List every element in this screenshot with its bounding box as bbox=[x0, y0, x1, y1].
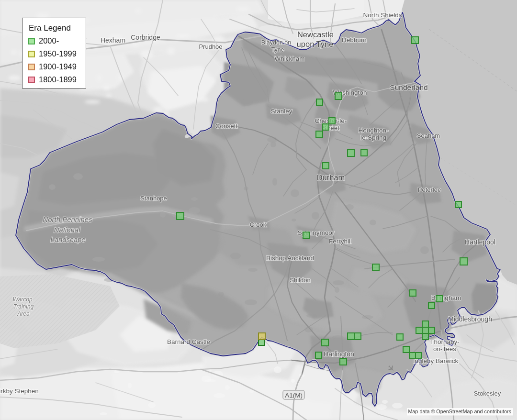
svg-text:Crook: Crook bbox=[250, 221, 267, 228]
svg-text:Newcastle: Newcastle bbox=[297, 30, 334, 39]
svg-text:Durham: Durham bbox=[317, 173, 345, 182]
svg-text:Hartlepool: Hartlepool bbox=[465, 238, 495, 246]
svg-text:Map data © OpenStreetMap and c: Map data © OpenStreetMap and contributor… bbox=[408, 409, 511, 414]
svg-text:Barnard Castle: Barnard Castle bbox=[167, 338, 210, 345]
svg-text:Hexham: Hexham bbox=[101, 36, 125, 44]
svg-text:Corbridge: Corbridge bbox=[131, 33, 160, 41]
svg-text:National: National bbox=[54, 226, 80, 234]
svg-text:Thornaby-: Thornaby- bbox=[430, 338, 460, 345]
svg-text:Stanley: Stanley bbox=[270, 108, 292, 115]
svg-text:A1(M): A1(M) bbox=[285, 392, 303, 399]
svg-text:Prudhoe: Prudhoe bbox=[199, 43, 222, 50]
svg-text:Warcop: Warcop bbox=[12, 296, 32, 303]
svg-text:Seaham: Seaham bbox=[417, 132, 440, 139]
svg-text:Stanhope: Stanhope bbox=[140, 195, 167, 202]
svg-text:Consett: Consett bbox=[215, 122, 238, 130]
svg-text:Stokesley: Stokesley bbox=[474, 390, 501, 397]
svg-text:Whickham: Whickham bbox=[274, 55, 304, 62]
svg-text:Shildon: Shildon bbox=[290, 276, 310, 284]
svg-text:Houghton-: Houghton- bbox=[358, 127, 388, 134]
svg-text:Ferryhill: Ferryhill bbox=[329, 238, 352, 245]
svg-text:North Pennines: North Pennines bbox=[43, 215, 92, 223]
svg-text:Tyne: Tyne bbox=[271, 46, 284, 53]
svg-text:on-Tees: on-Tees bbox=[433, 345, 456, 353]
svg-text:Sunderland: Sunderland bbox=[390, 83, 427, 91]
svg-text:Hebburn: Hebburn bbox=[342, 36, 367, 44]
svg-text:Kirkby Stephen: Kirkby Stephen bbox=[0, 387, 39, 395]
svg-text:le-Spring: le-Spring bbox=[360, 134, 386, 141]
svg-text:Landscape: Landscape bbox=[50, 235, 85, 243]
svg-text:Peterlee: Peterlee bbox=[418, 186, 441, 193]
svg-text:Middlesbrough: Middlesbrough bbox=[448, 315, 492, 323]
svg-text:Bishop Auckland: Bishop Auckland bbox=[266, 254, 314, 262]
svg-text:Training: Training bbox=[13, 303, 34, 310]
svg-text:upon Tyne: upon Tyne bbox=[297, 40, 334, 48]
svg-text:North Shields: North Shields bbox=[363, 11, 402, 19]
svg-text:Area: Area bbox=[17, 310, 30, 317]
svg-text:Blaydon on: Blaydon on bbox=[261, 39, 292, 46]
svg-text:Darlington: Darlington bbox=[324, 350, 354, 358]
